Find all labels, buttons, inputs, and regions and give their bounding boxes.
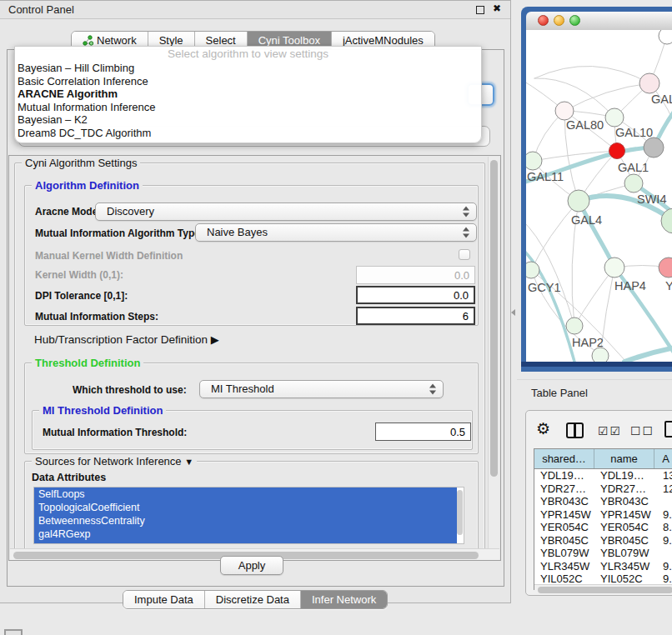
algorithm-option-dream8-dc-tdc-algorithm[interactable]: Dream8 DC_TDC Algorithm — [15, 127, 481, 140]
select-all-checkboxes-icon[interactable]: ☑☑ — [598, 424, 622, 438]
table-hscrollbar-thumb[interactable] — [538, 587, 672, 593]
network-node-gal[interactable] — [639, 73, 659, 93]
table-cell: YLR345W — [534, 560, 594, 573]
column-header-a[interactable]: A — [654, 449, 672, 468]
aracne-mode-value: Discovery — [107, 205, 154, 218]
close-traffic-light-icon[interactable] — [538, 15, 549, 26]
attribute-item-betweennesscentrality[interactable]: BetweennessCentrality — [34, 514, 464, 528]
network-canvas[interactable]: GALGAL80GAL10GAL1GAL11SWI4GAL4GCY1HAP4YH… — [526, 30, 672, 362]
table-row[interactable]: YLR345WYLR345W9. — [534, 560, 672, 573]
algorithm-option-basic-correlation-inference[interactable]: Basic Correlation Inference — [15, 75, 481, 88]
stepper-arrows-icon — [429, 384, 436, 395]
attribute-item-gal4rgexp[interactable]: gal4RGexp — [34, 528, 464, 541]
network-edge[interactable] — [531, 201, 579, 270]
split-columns-icon[interactable] — [566, 422, 584, 438]
network-edge-thick[interactable] — [624, 347, 672, 362]
network-edge-thick[interactable] — [579, 201, 614, 268]
float-window-icon[interactable] — [476, 6, 484, 14]
splitter-collapse-icon[interactable] — [511, 309, 515, 316]
settings-vscrollbar-thumb[interactable] — [490, 160, 498, 477]
table-cell — [654, 547, 672, 560]
mi-steps-field[interactable] — [356, 307, 475, 325]
node-label: GAL10 — [615, 126, 653, 139]
data-attributes-list[interactable]: SelfLoopsTopologicalCoefficientBetweenne… — [33, 487, 464, 544]
threshold-definition-title: Threshold Definition — [32, 357, 143, 369]
apply-button[interactable]: Apply — [220, 556, 283, 575]
table-row[interactable]: YBR045CYBR045C9. — [534, 534, 672, 548]
control-panel-titlebar: Control Panel ✖ — [0, 1, 510, 19]
algorithm-option-mutual-information-inference[interactable]: Mutual Information Inference — [15, 101, 481, 114]
bottom-tab-impute-data[interactable]: Impute Data — [123, 591, 204, 608]
aracne-mode-label: Aracne Mode: — [35, 206, 101, 218]
sources-group: Sources for Network Inference ▼ Data Att… — [24, 461, 479, 561]
table-hscrollbar[interactable] — [534, 584, 672, 594]
network-node[interactable] — [659, 30, 672, 44]
gear-icon[interactable]: ⚙ — [536, 419, 550, 438]
column-header-name[interactable]: name — [594, 449, 654, 468]
node-label: GAL11 — [527, 170, 564, 183]
aracne-mode-combo[interactable]: Discovery — [95, 202, 477, 221]
column-header-shared-[interactable]: shared… — [534, 449, 594, 468]
close-icon[interactable]: ✖ — [493, 2, 501, 14]
new-table-icon[interactable] — [664, 421, 672, 438]
hub-definition-toggle[interactable]: Hub/Transcription Factor Definition ▶ — [34, 333, 219, 346]
bottom-tab-infer-network[interactable]: Infer Network — [300, 591, 387, 608]
table-row[interactable]: YER054CYER054C8. — [534, 521, 672, 534]
which-threshold-combo[interactable]: MI Threshold — [199, 380, 444, 398]
mi-threshold-field[interactable] — [375, 422, 471, 441]
stepper-arrows-icon — [463, 228, 469, 238]
network-node-y[interactable] — [659, 258, 672, 278]
network-window-titlebar[interactable] — [526, 12, 672, 30]
algorithm-definition-group: Algorithm Definition Aracne Mode: Discov… — [24, 185, 479, 326]
network-node-gal1[interactable] — [609, 143, 625, 159]
node-label: SWI4 — [637, 192, 666, 206]
network-node[interactable] — [644, 138, 664, 158]
bottom-tab-discretize-data[interactable]: Discretize Data — [204, 591, 300, 608]
attribute-item-selfloops[interactable]: SelfLoops — [34, 488, 464, 501]
sources-title-text: Sources for Network Inference — [35, 455, 182, 468]
table-row[interactable]: YBL079WYBL079W — [534, 547, 672, 560]
table-cell: 9. — [654, 508, 672, 522]
network-node-hap2[interactable] — [566, 318, 583, 334]
tab-label: Infer Network — [312, 591, 376, 608]
table-row[interactable]: YPR145WYPR145W9. — [534, 508, 672, 522]
table-cell: YDL19… — [534, 469, 594, 482]
dpi-tolerance-field[interactable] — [356, 286, 475, 304]
network-node-gal10[interactable] — [605, 108, 624, 127]
zoom-traffic-light-icon[interactable] — [569, 15, 580, 26]
minimize-traffic-light-icon[interactable] — [554, 15, 564, 26]
table-row[interactable]: YDR27…YDR27…12 — [534, 482, 672, 496]
network-node[interactable] — [592, 348, 609, 362]
kernel-width-field[interactable] — [356, 266, 475, 284]
network-node-swi4[interactable] — [624, 174, 643, 192]
node-label: GAL — [651, 92, 672, 106]
window-frame-bottom-outer — [521, 367, 672, 372]
table-cell: YDR27… — [534, 482, 594, 496]
algorithm-option-bayesian-hill-climbing[interactable]: Bayesian – Hill Climbing — [15, 62, 481, 75]
minimized-panel-icon[interactable] — [4, 629, 23, 635]
table-cell: YDR27… — [594, 482, 654, 496]
mi-type-combo[interactable]: Naive Bayes — [195, 223, 477, 242]
algorithm-option-aracne-algorithm[interactable]: ARACNE Algorithm — [15, 88, 481, 101]
network-edge[interactable] — [534, 66, 649, 83]
cyni-settings-group-title: Cyni Algorithm Settings — [22, 157, 140, 169]
table-cell: 9. — [654, 560, 672, 573]
attribute-item-topologicalcoefficient[interactable]: TopologicalCoefficient — [34, 501, 464, 514]
algorithm-selector-popup: Select algorithm to view settings Bayesi… — [14, 46, 482, 143]
network-icon — [83, 35, 93, 46]
table-header-row: shared…nameA — [534, 449, 672, 469]
algorithm-option-bayesian-k2[interactable]: Bayesian – K2 — [15, 113, 481, 127]
network-node-gal80[interactable] — [555, 102, 574, 120]
manual-kernel-checkbox[interactable] — [459, 249, 470, 260]
dpi-tolerance-label: DPI Tolerance [0,1]: — [35, 290, 128, 302]
network-node-gal4[interactable] — [568, 190, 589, 212]
deselect-all-checkboxes-icon[interactable]: ☐☐ — [630, 424, 654, 438]
sources-group-title[interactable]: Sources for Network Inference ▼ — [32, 455, 197, 468]
list-scrollbar-thumb[interactable] — [457, 490, 463, 535]
network-node-gcy1[interactable] — [526, 262, 539, 278]
table-row[interactable]: YBR043CYBR043C — [534, 495, 672, 508]
table-row[interactable]: YDL19…YDL19…13 — [534, 469, 672, 482]
network-node-hap4[interactable] — [604, 258, 624, 278]
network-node-gal11[interactable] — [526, 152, 542, 170]
settings-vscrollbar[interactable] — [488, 157, 499, 548]
